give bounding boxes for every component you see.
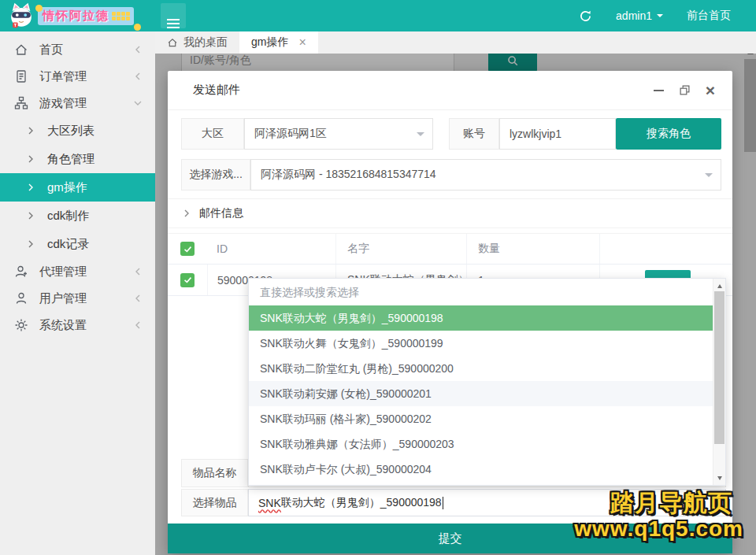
tab-label: gm操作 — [251, 35, 288, 50]
sidebar-item-gm-operation[interactable]: gm操作 — [0, 173, 155, 202]
select-all-checkbox[interactable] — [180, 242, 195, 256]
chevron-down-icon — [133, 98, 143, 108]
caret-down-icon — [705, 173, 713, 181]
sidebar-item-label: 代理管理 — [39, 265, 87, 279]
mail-info-toggle[interactable]: 邮件信息 — [168, 198, 732, 228]
sidebar-item-label: 用户管理 — [39, 291, 87, 306]
dropdown-option[interactable]: SNK联动玛丽 (格斗家)_590000202 — [249, 406, 713, 431]
sitemap-icon — [14, 96, 28, 110]
sidebar-item-label: 角色管理 — [47, 152, 94, 167]
chevron-right-icon — [26, 239, 35, 249]
chevron-right-icon — [26, 126, 35, 135]
chevron-right-icon — [26, 211, 35, 220]
send-mail-modal: 发送邮件 × 大区 阿泽源码网1区 账号 lyzwlkjvip1 搜索角色 选择… — [168, 71, 732, 553]
watermark-line2: www.q1q5.com — [574, 516, 743, 541]
account-value: lyzwlkjvip1 — [510, 128, 561, 140]
search-role-button[interactable]: 搜索角色 — [616, 118, 721, 150]
sidebar-item-label: gm操作 — [47, 180, 87, 195]
logo-title-badge: 情怀阿拉德 — [38, 7, 134, 25]
sidebar-item-label: 大区列表 — [47, 124, 94, 139]
refresh-icon[interactable] — [579, 9, 592, 23]
frontend-home-link[interactable]: 前台首页 — [687, 9, 731, 23]
user-icon — [14, 291, 28, 305]
modal-header: 发送邮件 × — [168, 71, 732, 110]
chevron-right-icon — [182, 209, 191, 218]
sidebar-item-users[interactable]: 用户管理 — [0, 285, 155, 312]
region-label: 大区 — [181, 118, 244, 150]
game-select[interactable]: 阿泽源码网 - 183521684815347714 — [250, 159, 721, 191]
sidebar-item-games[interactable]: 游戏管理 — [0, 90, 155, 117]
user-menu[interactable]: admin1 — [616, 9, 663, 22]
sidebar-item-label: 首页 — [39, 43, 63, 57]
tab-bar: 我的桌面 gm操作 × — [155, 31, 756, 54]
sidebar-toggle-button[interactable] — [161, 3, 186, 28]
dropdown-options: 直接选择或搜索选择 SNK联动大蛇（男鬼剑）_590000198 SNK联动火舞… — [249, 279, 713, 485]
sidebar: 首页 订单管理 游戏管理 大区列表 角色管理 gm操作 cdk制作 cdk记录 — [0, 31, 155, 555]
maximize-icon[interactable] — [680, 85, 690, 95]
sidebar-item-label: cdk记录 — [47, 237, 89, 252]
tab-desktop[interactable]: 我的桌面 — [155, 31, 239, 54]
scroll-up-icon[interactable] — [713, 279, 725, 291]
sidebar-item-role-manage[interactable]: 角色管理 — [0, 145, 155, 173]
column-header-name: 名字 — [335, 234, 466, 264]
caret-down-icon — [417, 132, 424, 140]
chevron-left-icon — [133, 72, 143, 81]
sidebar-item-label: cdk制作 — [47, 209, 89, 224]
sidebar-item-cdk-records[interactable]: cdk记录 — [0, 230, 155, 258]
sidebar-item-agents[interactable]: 代理管理 — [0, 258, 155, 285]
item-dropdown-panel: 直接选择或搜索选择 SNK联动大蛇（男鬼剑）_590000198 SNK联动火舞… — [248, 278, 726, 486]
dropdown-option[interactable]: SNK联动雅典娜（女法师）_590000203 — [249, 431, 713, 457]
close-icon[interactable]: × — [298, 36, 306, 49]
minimize-icon[interactable] — [654, 90, 664, 91]
scrollbar-thumb[interactable] — [714, 291, 724, 444]
sidebar-item-label: 订单管理 — [39, 69, 87, 84]
tab-label: 我的桌面 — [183, 35, 228, 50]
sidebar-item-region-list[interactable]: 大区列表 — [0, 117, 155, 145]
column-header-id: ID — [207, 234, 335, 264]
chevron-right-icon — [26, 154, 35, 164]
modal-title: 发送邮件 — [193, 83, 240, 98]
chevron-left-icon — [133, 267, 143, 276]
watermark: 踏月导航页 www.q1q5.com — [574, 490, 756, 541]
sidebar-item-settings[interactable]: 系统设置 — [0, 312, 155, 339]
scroll-down-icon[interactable] — [713, 472, 725, 485]
watermark-line1: 踏月导航页 — [574, 490, 732, 516]
user-name: admin1 — [616, 9, 652, 22]
dropdown-option[interactable]: SNK联动莉安娜 (女枪)_590000201 — [249, 381, 713, 406]
cat-mascot-icon — [6, 1, 36, 31]
smiley-icon — [35, 5, 43, 12]
sidebar-item-cdk-create[interactable]: cdk制作 — [0, 202, 155, 230]
dropdown-filter-input[interactable]: 直接选择或搜索选择 — [249, 279, 713, 305]
window-controls: × — [654, 82, 715, 98]
account-label: 账号 — [449, 118, 499, 150]
document-icon — [14, 69, 28, 83]
sidebar-item-home[interactable]: 首页 — [0, 36, 155, 63]
region-select[interactable]: 阿泽源码网1区 — [244, 118, 433, 150]
account-input[interactable]: lyzwlkjvip1 — [499, 118, 616, 150]
check-icon — [183, 244, 193, 254]
chevron-left-icon — [133, 320, 143, 330]
close-icon[interactable]: × — [706, 82, 715, 98]
logo-text: 情怀阿拉德 — [43, 9, 109, 24]
sidebar-item-label: 游戏管理 — [39, 96, 87, 111]
dropdown-option[interactable]: SNK联动火舞（女鬼剑）_590000199 — [249, 331, 713, 356]
moon-icon — [134, 24, 141, 31]
game-value: 阿泽源码网 - 183521684815347714 — [261, 168, 436, 182]
site-logo[interactable]: 情怀阿拉德 — [6, 1, 141, 31]
chevron-left-icon — [133, 45, 143, 54]
dropdown-option[interactable]: SNK联动卢卡尔 (大叔)_590000204 — [249, 457, 713, 482]
row-checkbox-cell — [168, 265, 207, 295]
tab-gm-operation[interactable]: gm操作 × — [239, 31, 318, 54]
topbar-actions: admin1 前台首页 — [579, 9, 756, 23]
game-label: 选择游戏... — [181, 159, 250, 191]
table-header-row: ID 名字 数量 — [168, 233, 732, 265]
row-checkbox[interactable] — [180, 273, 195, 287]
region-value: 阿泽源码网1区 — [254, 127, 327, 141]
sidebar-item-orders[interactable]: 订单管理 — [0, 63, 155, 90]
dropdown-option[interactable]: SNK联动二阶堂红丸 (男枪)_590000200 — [249, 356, 713, 381]
select-item-value: 联动大蛇（男鬼剑）_590000198 — [281, 496, 442, 510]
dropdown-option[interactable]: SNK联动大蛇（男鬼剑）_590000198 — [249, 305, 713, 331]
column-header-qty: 数量 — [466, 234, 599, 264]
dropdown-scrollbar[interactable] — [713, 279, 725, 485]
home-icon — [167, 37, 178, 48]
